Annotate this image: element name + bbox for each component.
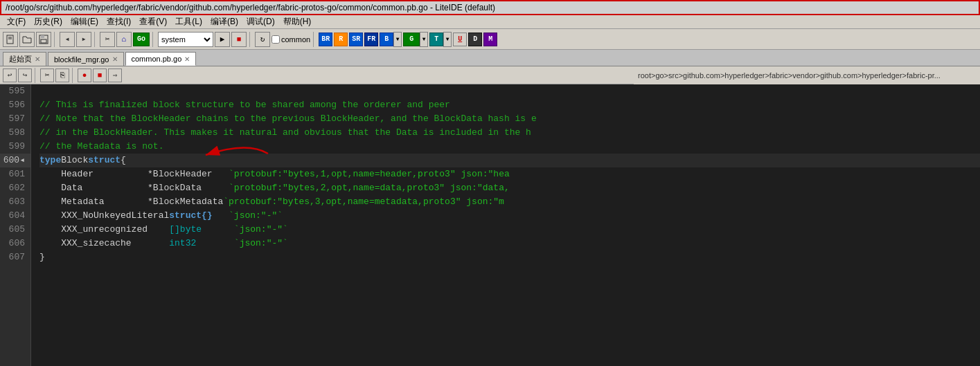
btn-b-dropdown[interactable]: ▼ <box>393 32 402 47</box>
linenum-604: 604 <box>0 209 30 223</box>
code-line-604: XXX_NoUnkeyedLiteral struct{} `json:"-"` <box>39 209 980 223</box>
sec-stop-btn[interactable]: ■ <box>93 68 107 82</box>
menu-build[interactable]: 编译(B) <box>206 16 242 28</box>
btn-d[interactable]: D <box>468 33 482 46</box>
code-token: // Note that the BlockHeader chains to t… <box>39 112 537 126</box>
linenum-605: 605 <box>0 223 30 237</box>
svg-rect-4 <box>41 35 44 38</box>
code-line-606: XXX_sizecache int32 `json:"-"` <box>39 237 980 250</box>
code-line-607: } <box>39 250 980 264</box>
toolbar-cut-btn[interactable]: ✂ <box>100 32 115 47</box>
linenum-602: 602 <box>0 181 30 195</box>
menu-history[interactable]: 历史(R) <box>30 16 66 28</box>
btn-sr[interactable]: SR <box>349 33 363 46</box>
toolbar-sep1 <box>54 32 57 47</box>
breadcrumb-text: root>go>src>github.com>hyperledger>fabri… <box>638 71 941 80</box>
btn-fr[interactable]: FR <box>364 33 378 46</box>
code-line-602: Data *BlockData `protobuf:"bytes,2,opt,n… <box>39 181 980 195</box>
code-token: `json:"-"` <box>229 209 283 223</box>
editor-container: 595 596 597 598 599 600◂ 601 602 603 604… <box>0 84 980 366</box>
sec-cut2-btn[interactable]: ✂ <box>40 68 54 82</box>
code-line-598: // in the BlockHeader. This makes it nat… <box>39 126 980 140</box>
linenum-595: 595 <box>0 84 30 98</box>
code-token: `json:"-"` <box>234 223 288 237</box>
line-numbers: 595 596 597 598 599 600◂ 601 602 603 604… <box>0 84 31 366</box>
linenum-597: 597 <box>0 112 30 126</box>
btn-g[interactable]: G <box>403 33 420 46</box>
code-token: *BlockHeader <box>148 167 229 181</box>
menu-help[interactable]: 帮助(H) <box>279 16 316 28</box>
btn-r[interactable]: R <box>334 33 348 46</box>
menu-bar: 文(F) 历史(R) 编辑(E) 查找(I) 查看(V) 工具(L) 编译(B)… <box>0 15 980 29</box>
toolbar-refresh-btn[interactable]: ↻ <box>255 32 270 47</box>
toolbar-sep5 <box>313 32 316 47</box>
code-line-600: type Block struct { <box>39 154 980 167</box>
common-label: common <box>281 35 310 44</box>
code-token: XXX_unrecognized <box>39 223 169 237</box>
svg-rect-0 <box>7 35 13 44</box>
tab-blockfile[interactable]: blockfile_mgr.go ✕ <box>48 52 124 66</box>
btn-t[interactable]: T <box>429 33 443 46</box>
btn-b[interactable]: B <box>380 33 393 46</box>
code-token: `protobuf:"bytes,2,opt,name=data,proto3"… <box>229 181 510 195</box>
tab-start-page[interactable]: 起始页 ✕ <box>3 52 46 66</box>
code-token: // This is finalized block structure to … <box>39 98 450 112</box>
linenum-600: 600◂ <box>0 154 30 167</box>
code-token: Data <box>39 181 148 195</box>
toolbar-save-btn[interactable] <box>36 32 51 47</box>
tab-commonpb[interactable]: common.pb.go ✕ <box>125 52 197 66</box>
btn-g-dropdown[interactable]: ▼ <box>420 32 428 47</box>
tab-commonpb-close[interactable]: ✕ <box>184 55 190 63</box>
code-brace: { <box>121 154 126 167</box>
breadcrumb: root>go>src>github.com>hyperledger>fabri… <box>634 66 980 84</box>
system-dropdown[interactable]: system <box>158 32 213 47</box>
sec-copy-btn[interactable]: ⎘ <box>55 68 69 82</box>
code-token: struct{} <box>169 209 212 223</box>
code-keyword-struct: struct <box>88 154 121 167</box>
toolbar-new-btn[interactable] <box>3 32 18 47</box>
tabs-row: 起始页 ✕ blockfile_mgr.go ✕ common.pb.go ✕ <box>0 50 980 66</box>
tab-blockfile-close[interactable]: ✕ <box>112 55 118 63</box>
btn-u[interactable]: U <box>453 33 467 46</box>
sec-arrow-btn[interactable]: ⇒ <box>108 68 122 82</box>
code-line-595 <box>39 84 980 98</box>
btn-m[interactable]: M <box>483 33 497 46</box>
code-token <box>202 223 234 237</box>
code-line-599: // the Metadata is not. <box>39 140 980 154</box>
code-editor[interactable]: // This is finalized block structure to … <box>31 84 980 366</box>
btn-t-dropdown[interactable]: ▼ <box>443 32 452 47</box>
tab-start-close[interactable]: ✕ <box>35 55 40 63</box>
code-line-603: Metadata *BlockMetadata `protobuf:"bytes… <box>39 195 980 209</box>
menu-view[interactable]: 查看(V) <box>135 16 171 28</box>
tab-blockfile-label: blockfile_mgr.go <box>54 55 109 64</box>
code-token: Metadata <box>39 195 148 209</box>
toolbar-stop-btn[interactable]: ■ <box>231 32 247 47</box>
code-keyword-type: type <box>39 154 61 167</box>
btn-br[interactable]: BR <box>319 33 332 46</box>
menu-file[interactable]: 文(F) <box>3 16 30 28</box>
secondary-toolbar: ↩ ↪ ✂ ⎘ ● ■ ⇒ root>go>src>github.com>hyp… <box>0 66 980 84</box>
toolbar-forward-btn[interactable]: ▸ <box>76 32 91 47</box>
menu-tools[interactable]: 工具(L) <box>171 16 206 28</box>
toolbar-sep4 <box>249 32 252 47</box>
sec-bookmark-btn[interactable]: ● <box>78 68 91 82</box>
linenum-603: 603 <box>0 195 30 209</box>
toolbar-exec-btn[interactable]: ▶ <box>215 32 230 47</box>
toolbar-go-btn[interactable]: Go <box>133 33 150 46</box>
menu-debug[interactable]: 调试(D) <box>242 16 279 28</box>
common-checkbox-label[interactable]: common <box>271 35 310 44</box>
menu-edit[interactable]: 编辑(E) <box>66 16 103 28</box>
code-token: } <box>39 250 45 264</box>
menu-find[interactable]: 查找(I) <box>103 16 135 28</box>
toolbar-open-btn[interactable] <box>19 32 35 47</box>
code-token: `protobuf:"bytes,3,opt,name=metadata,pro… <box>223 195 504 209</box>
code-token <box>213 209 229 223</box>
linenum-607: 607 <box>0 250 30 264</box>
sec-redo-btn[interactable]: ↪ <box>18 68 32 82</box>
sec-undo-btn[interactable]: ↩ <box>3 68 17 82</box>
toolbar-home-btn[interactable]: ⌂ <box>116 32 132 47</box>
common-checkbox[interactable] <box>271 35 280 44</box>
code-token: XXX_sizecache <box>39 237 169 250</box>
toolbar-back-btn[interactable]: ◂ <box>60 32 75 47</box>
code-line-597: // Note that the BlockHeader chains to t… <box>39 112 980 126</box>
